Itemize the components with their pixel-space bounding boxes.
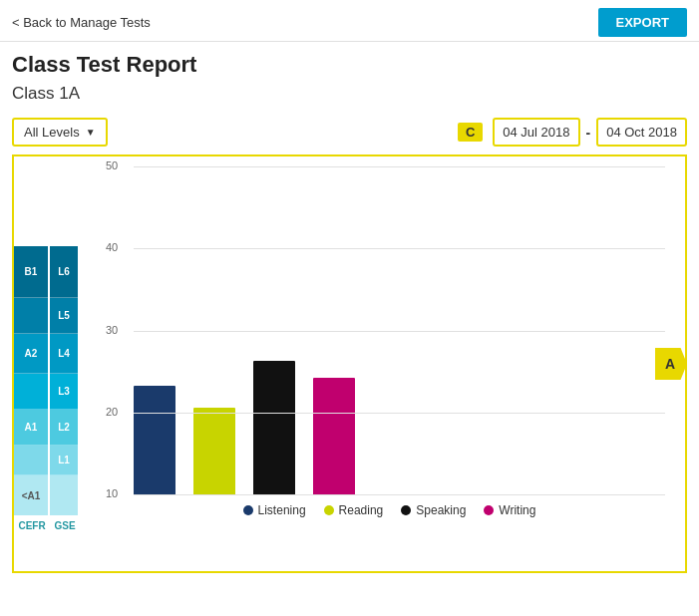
legend-listening: Listening [243,503,306,517]
legend-label-reading: Reading [339,503,384,517]
calendar-c-label: C [458,123,483,142]
legend-label-writing: Writing [499,503,535,517]
chart-legend: Listening Reading Speaking Writing [104,495,675,521]
cefr-scale: B1 A2 A1 <A1 L6 L5 L4 L3 L2 L1 [14,166,94,535]
gse-l3: L3 [50,374,78,410]
class-name: Class 1A [12,84,687,104]
gse-l5: L5 [50,298,78,334]
cefr-label: CEFR [18,520,45,531]
legend-reading: Reading [324,503,384,517]
chevron-down-icon: ▼ [86,127,96,138]
back-link[interactable]: < Back to Manage Tests [12,15,151,30]
cefr-a2: A2 [14,334,48,374]
gse-l1: L1 [50,446,78,475]
chart-area: B1 A2 A1 <A1 L6 L5 L4 L3 L2 L1 [12,154,687,573]
bar-group-listening [134,386,175,495]
gse-l4: L4 [50,334,78,374]
date-end-field[interactable]: 04 Oct 2018 [596,118,687,147]
gse-label: GSE [54,520,75,531]
cefr-a1-top [14,374,48,410]
y-line-40: 40 [134,248,665,249]
bar-group-writing [313,378,355,495]
date-start-field[interactable]: 04 Jul 2018 [493,118,579,147]
cefr-a2-top [14,298,48,334]
legend-label-speaking: Speaking [416,503,466,517]
y-line-30: 30 [134,331,665,332]
tooltip-a[interactable]: A [655,348,687,380]
level-dropdown[interactable]: All Levels ▼ [12,118,108,147]
cefr-pre-a1 [14,446,48,475]
legend-dot-listening [243,505,253,515]
level-dropdown-label: All Levels [24,125,80,140]
legend-dot-writing [484,505,494,515]
export-button[interactable]: EXPORT [598,8,687,37]
y-line-50: 50 [134,166,665,167]
cefr-b1: B1 [14,246,48,298]
legend-dot-speaking [401,505,411,515]
cefr-less-a1: <A1 [14,475,48,515]
chart-bars: 50 40 30 20 10 [104,166,675,495]
bar-group-reading [193,408,235,495]
bar-writing [313,378,355,495]
cefr-a1: A1 [14,410,48,446]
date-separator: - [586,125,591,141]
gse-l6: L6 [50,246,78,298]
main-chart: 50 40 30 20 10 [94,156,685,571]
bar-reading [193,408,235,495]
bar-listening [134,386,175,495]
legend-writing: Writing [484,503,535,517]
legend-label-listening: Listening [258,503,306,517]
legend-dot-reading [324,505,334,515]
date-range-container: C 04 Jul 2018 - 04 Oct 2018 [458,118,687,147]
gse-l2: L2 [50,410,78,446]
top-bar: < Back to Manage Tests EXPORT [0,0,699,42]
bar-speaking [253,361,295,495]
bar-group-speaking [253,361,295,495]
report-title: Class Test Report [12,52,687,78]
gse-empty [50,475,78,515]
legend-speaking: Speaking [401,503,466,517]
